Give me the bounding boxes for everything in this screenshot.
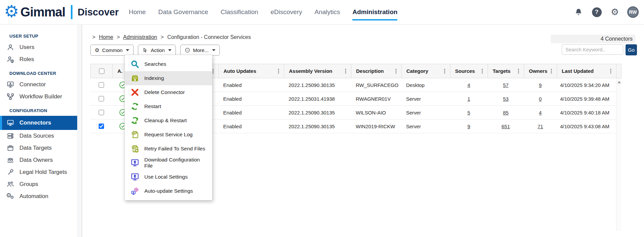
grid-toolbar: ⚙ Common Action More... <box>90 45 220 56</box>
targets-link[interactable]: 85 <box>503 110 509 115</box>
sidebar-section-download-center: DOWNLOAD CENTER Connector Workflow Build… <box>0 71 77 103</box>
sidebar-item-data-sources[interactable]: Data Sources <box>0 130 77 142</box>
main-content: > Home > Administration > Configuration … <box>82 25 644 237</box>
breadcrumb-administration-link[interactable]: Administration <box>123 34 157 40</box>
notifications-bell-icon[interactable] <box>573 6 584 18</box>
targets-link[interactable]: 57 <box>503 82 509 88</box>
common-button[interactable]: ⚙ Common <box>90 45 134 56</box>
menu-item-delete-connector[interactable]: Delete Connector <box>125 85 212 99</box>
section-title-configuration: CONFIGURATION <box>9 108 77 113</box>
ellipsis-circle-icon <box>185 47 190 53</box>
owners-link[interactable]: 9 <box>539 82 542 88</box>
sidebar-item-data-owners[interactable]: Data Owners <box>0 154 77 166</box>
workflow-icon <box>6 93 15 101</box>
menu-item-indexing[interactable]: Indexing <box>125 71 212 85</box>
sidebar-item-groups[interactable]: Groups <box>0 178 77 190</box>
menu-item-retry-failed-files[interactable]: LOG Retry Failed To Send Files <box>125 142 212 156</box>
navbar-actions: ? ⚙ RW <box>573 6 639 18</box>
sidebar-item-legal-hold-targets[interactable]: Legal Hold Targets <box>0 166 77 178</box>
column-menu-icon[interactable]: ⋮ <box>516 68 521 74</box>
log-file-retry-icon: LOG <box>130 144 139 153</box>
description-cell: WILSON-AIO <box>351 110 401 115</box>
column-header-assembly-version[interactable]: Assembly Version ⋮ <box>284 64 351 78</box>
last-updated-cell: 4/10/2025 9:43:08 AM <box>557 124 616 129</box>
nav-administration[interactable]: Administration <box>352 8 397 16</box>
column-header-targets[interactable]: Targets ⋮ <box>488 64 524 78</box>
column-header-last-updated[interactable]: Last Updated ⋮ <box>557 64 616 78</box>
log-file-icon: LOG <box>130 130 139 139</box>
sidebar-item-roles[interactable]: Roles <box>0 53 77 65</box>
column-header-category[interactable]: Category ⋮ <box>402 64 450 78</box>
sources-link[interactable]: 9 <box>467 124 470 129</box>
menu-item-auto-update-settings[interactable]: Auto-update Settings <box>125 184 212 198</box>
column-header-auto-updates[interactable]: Auto Updates ⋮ <box>219 64 284 78</box>
menu-item-download-configuration-file[interactable]: Download Configuration File <box>125 156 212 170</box>
avatar[interactable]: RW <box>627 6 639 18</box>
targets-link[interactable]: 53 <box>503 96 509 102</box>
nav-home[interactable]: Home <box>129 8 146 16</box>
nav-analytics[interactable]: Analytics <box>314 8 340 16</box>
owners-link[interactable]: 71 <box>538 124 543 129</box>
sources-link[interactable]: 4 <box>467 82 470 88</box>
breadcrumb-home-link[interactable]: Home <box>99 34 113 40</box>
column-menu-icon[interactable]: ⋮ <box>480 68 485 74</box>
description-cell: WIN2019-RICKW <box>351 124 401 129</box>
monitor-upload-icon <box>130 173 139 182</box>
menu-item-request-service-log[interactable]: LOG Request Service Log <box>125 128 212 142</box>
category-cell: Server <box>401 96 450 102</box>
select-all-checkbox[interactable] <box>99 68 104 74</box>
sidebar-item-users[interactable]: Users <box>0 41 77 53</box>
menu-item-restart[interactable]: Restart <box>125 99 212 113</box>
sidebar-item-data-targets[interactable]: Data Targets <box>0 142 77 154</box>
last-updated-cell: 4/10/2025 9:40:18 AM <box>557 110 616 115</box>
menu-item-use-local-settings[interactable]: Use Local Settings <box>125 170 212 184</box>
breadcrumb-arrow: > <box>92 34 95 40</box>
breadcrumb-arrow: > <box>161 34 164 40</box>
owners-link[interactable]: 0 <box>539 96 542 102</box>
column-menu-icon[interactable]: ⋮ <box>393 68 399 74</box>
storage-box-icon <box>6 144 15 152</box>
menu-item-searches[interactable]: Searches <box>125 57 212 71</box>
owners-link[interactable]: 4 <box>539 110 542 115</box>
targets-link[interactable]: 651 <box>501 124 510 129</box>
column-menu-icon[interactable]: ⋮ <box>343 68 348 74</box>
column-header-description[interactable]: Description ⋮ <box>351 64 402 78</box>
sidebar-scroll-gutter[interactable] <box>77 25 82 237</box>
sidebar-item-label: Legal Hold Targets <box>19 169 67 176</box>
sidebar-item-connectors[interactable]: Connectors <box>0 116 77 130</box>
row-checkbox[interactable] <box>99 82 104 88</box>
people-group-icon <box>6 156 15 164</box>
action-button[interactable]: Action <box>138 45 176 56</box>
header-select-all <box>91 64 113 78</box>
search-input[interactable] <box>562 44 623 55</box>
last-updated-cell: 4/10/2025 9:39:48 AM <box>557 96 616 102</box>
sources-link[interactable]: 1 <box>467 96 470 102</box>
section-title-download-center: DOWNLOAD CENTER <box>9 71 77 76</box>
sidebar-item-connector[interactable]: Connector <box>0 79 77 91</box>
column-header-sources[interactable]: Sources ⋮ <box>450 64 488 78</box>
column-menu-icon[interactable]: ⋮ <box>608 68 613 74</box>
column-menu-icon[interactable]: ⋮ <box>276 68 281 74</box>
grid-vertical-scrollbar[interactable] <box>616 78 622 231</box>
nav-data-governance[interactable]: Data Governance <box>158 8 208 16</box>
description-cell: RW_SURFACEGO <box>351 82 401 88</box>
nav-ediscovery[interactable]: eDiscovery <box>270 8 302 16</box>
nav-classification[interactable]: Classification <box>220 8 258 16</box>
column-menu-icon[interactable]: ⋮ <box>442 68 447 74</box>
sidebar-item-workflow-builder[interactable]: Workflow Builder <box>0 91 77 103</box>
sidebar-item-automation[interactable]: ⚙⚙ Automation <box>0 190 77 202</box>
sidebar-item-label: Data Owners <box>19 157 53 163</box>
row-checkbox[interactable] <box>99 110 104 115</box>
description-cell: RWAGNER01V <box>351 96 401 102</box>
go-button[interactable]: Go <box>626 44 637 55</box>
help-icon[interactable]: ? <box>591 6 602 18</box>
row-checkbox[interactable] <box>99 124 104 129</box>
column-header-owners[interactable]: Owners ⋮ <box>524 64 557 78</box>
settings-gear-icon[interactable]: ⚙ <box>609 6 621 18</box>
sources-link[interactable]: 5 <box>467 110 470 115</box>
menu-item-cleanup-restart[interactable]: Cleanup & Restart <box>125 113 212 128</box>
scrollbar-up-icon[interactable] <box>617 81 621 83</box>
column-menu-icon[interactable]: ⋮ <box>549 68 554 74</box>
row-checkbox[interactable] <box>99 96 104 101</box>
more-button[interactable]: More... <box>180 45 220 56</box>
